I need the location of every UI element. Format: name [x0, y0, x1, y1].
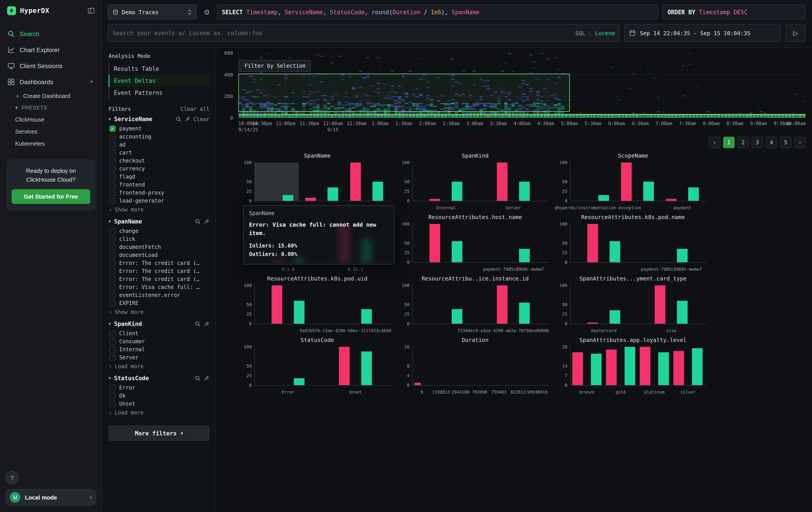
- inliers-bar[interactable]: [519, 249, 530, 262]
- filter-option-ok[interactable]: Ok: [109, 392, 209, 400]
- checkbox-unchecked[interactable]: [109, 346, 116, 353]
- checkbox-unchecked[interactable]: [109, 260, 116, 266]
- checkbox-unchecked[interactable]: [109, 276, 116, 282]
- inliers-bar[interactable]: [658, 352, 669, 385]
- inliers-bar[interactable]: [692, 348, 703, 385]
- filter-option-internal[interactable]: Internal: [109, 346, 209, 353]
- inliers-bar[interactable]: [688, 187, 699, 201]
- sidebar-item-services[interactable]: Services: [0, 126, 102, 138]
- checkbox-unchecked[interactable]: [109, 330, 116, 336]
- sidebar-item-chart-explorer[interactable]: Chart Explorer: [0, 42, 102, 58]
- checkbox-checked[interactable]: ✓: [109, 126, 116, 132]
- pagination-page-3[interactable]: 3: [752, 137, 763, 148]
- outliers-bar[interactable]: [339, 347, 350, 385]
- filter-option-frontend-proxy[interactable]: frontend-proxy: [109, 189, 209, 197]
- filter-option-currency[interactable]: currency: [109, 165, 209, 173]
- outliers-bar[interactable]: [272, 286, 282, 324]
- inliers-bar[interactable]: [677, 301, 688, 324]
- checkbox-unchecked[interactable]: [109, 166, 116, 172]
- help-button[interactable]: ?: [5, 471, 19, 484]
- filter-option-error-the-credit-card-[interactable]: Error: The credit card (…: [109, 267, 209, 275]
- inliers-bar[interactable]: [643, 182, 654, 201]
- inliers-bar[interactable]: [294, 378, 304, 385]
- search-icon[interactable]: [195, 375, 201, 381]
- inliers-bar[interactable]: [625, 347, 635, 385]
- filter-option-error-visa-cache-full-[interactable]: Error: Visa cache full: …: [109, 283, 209, 291]
- source-select[interactable]: Demo Traces: [108, 4, 197, 20]
- filter-option-frontend[interactable]: frontend: [109, 181, 209, 189]
- inliers-bar[interactable]: [452, 182, 462, 201]
- lucene-toggle[interactable]: Lucene: [595, 30, 615, 36]
- date-range-picker[interactable]: Sep 14 22:04:35 - Sep 15 10:04:35: [624, 24, 781, 42]
- sidebar-item-kubernetes[interactable]: Kubernetes: [0, 138, 102, 150]
- order-by-box[interactable]: ORDER BY Timestamp DESC: [663, 4, 806, 20]
- outliers-bar[interactable]: [606, 350, 617, 385]
- sidebar-item-dashboards[interactable]: Dashboards: [0, 74, 102, 90]
- inliers-bar[interactable]: [598, 195, 609, 201]
- outliers-bar[interactable]: [497, 162, 508, 201]
- sidebar-item-search[interactable]: Search: [0, 26, 102, 42]
- checkbox-unchecked[interactable]: [109, 158, 116, 164]
- sql-toggle[interactable]: SQL: [575, 30, 585, 36]
- sidebar-item-presets[interactable]: ▾ PRESETS: [0, 102, 102, 113]
- search-icon[interactable]: [195, 321, 201, 327]
- outliers-bar[interactable]: [621, 162, 632, 201]
- inliers-bar[interactable]: [677, 249, 688, 262]
- checkbox-unchecked[interactable]: [109, 236, 116, 242]
- run-query-button[interactable]: ▷: [785, 24, 806, 42]
- checkbox-unchecked[interactable]: [109, 401, 116, 407]
- heatmap-selection[interactable]: [238, 74, 570, 111]
- outliers-bar[interactable]: [497, 286, 508, 324]
- heatmap-canvas[interactable]: [238, 53, 806, 118]
- inliers-bar[interactable]: [361, 309, 372, 324]
- filter-option-cart[interactable]: cart: [109, 149, 209, 157]
- filter-by-selection-button[interactable]: Filter by Selection: [239, 60, 311, 72]
- checkbox-unchecked[interactable]: [109, 252, 116, 258]
- pin-icon[interactable]: [204, 321, 209, 327]
- analysis-mode-event-patterns[interactable]: Event Patterns: [109, 87, 209, 99]
- pagination-page-5[interactable]: 5: [780, 137, 791, 148]
- search-input[interactable]: [113, 30, 571, 36]
- pin-icon[interactable]: [204, 219, 209, 224]
- inliers-bar[interactable]: [294, 301, 304, 324]
- filter-option-load-generator[interactable]: load-generator: [109, 197, 209, 205]
- checkbox-unchecked[interactable]: [109, 173, 116, 180]
- filter-load-more-button[interactable]: ›Load more: [109, 361, 209, 370]
- outliers-bar[interactable]: [587, 224, 598, 262]
- filter-option-expire[interactable]: EXPIRE: [109, 299, 209, 307]
- checkbox-unchecked[interactable]: [109, 292, 116, 298]
- filter-option-change[interactable]: change: [109, 227, 209, 235]
- inliers-bar[interactable]: [283, 195, 293, 201]
- checkbox-unchecked[interactable]: [109, 284, 116, 290]
- pin-icon[interactable]: [204, 375, 209, 381]
- checkbox-unchecked[interactable]: [109, 244, 116, 250]
- search-icon[interactable]: [195, 219, 201, 224]
- inliers-bar[interactable]: [372, 182, 383, 201]
- checkbox-unchecked[interactable]: [109, 385, 116, 391]
- inliers-bar[interactable]: [452, 309, 462, 324]
- filter-show-more-button[interactable]: ›Show more: [109, 307, 209, 315]
- checkbox-unchecked[interactable]: [109, 339, 116, 345]
- query-editor[interactable]: SELECT Timestamp, ServiceName, StatusCod…: [217, 4, 658, 20]
- inliers-bar[interactable]: [452, 241, 462, 262]
- search-icon[interactable]: [176, 116, 181, 122]
- filter-option-payment[interactable]: ✓payment: [109, 125, 209, 133]
- inliers-bar[interactable]: [519, 302, 530, 324]
- filter-option-error-the-credit-card-[interactable]: Error: The credit card (…: [109, 259, 209, 267]
- clear-all-button[interactable]: Clear all: [180, 106, 209, 112]
- checkbox-unchecked[interactable]: [109, 228, 116, 234]
- filter-load-more-button[interactable]: ›Load more: [109, 408, 209, 416]
- checkbox-unchecked[interactable]: [109, 150, 116, 156]
- outliers-bar[interactable]: [587, 323, 598, 324]
- outliers-bar[interactable]: [673, 351, 684, 385]
- filter-option-ad[interactable]: ad: [109, 141, 209, 149]
- get-started-button[interactable]: Get Started for Free: [11, 189, 90, 204]
- chevron-down-icon[interactable]: ▾: [109, 321, 111, 327]
- filter-option-eventlistener-error[interactable]: eventListener.error: [109, 291, 209, 299]
- filter-clear-button[interactable]: Clear: [194, 116, 209, 122]
- inliers-bar[interactable]: [361, 351, 372, 385]
- checkbox-unchecked[interactable]: [109, 190, 116, 196]
- outliers-bar[interactable]: [640, 347, 650, 385]
- outliers-bar[interactable]: [572, 352, 583, 385]
- checkbox-unchecked[interactable]: [109, 300, 116, 306]
